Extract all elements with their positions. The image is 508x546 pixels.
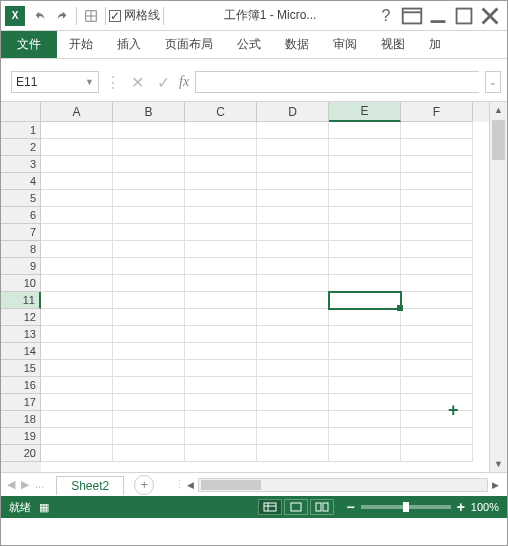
- cell[interactable]: [113, 190, 185, 207]
- cell[interactable]: [185, 394, 257, 411]
- cell[interactable]: [113, 377, 185, 394]
- sheet-next-button[interactable]: ▶: [21, 478, 29, 491]
- row-header[interactable]: 4: [1, 173, 41, 190]
- cell[interactable]: [257, 292, 329, 309]
- cell[interactable]: [41, 275, 113, 292]
- cell[interactable]: [185, 224, 257, 241]
- column-header[interactable]: A: [41, 102, 113, 122]
- cell[interactable]: [401, 428, 473, 445]
- cell[interactable]: [41, 224, 113, 241]
- cell[interactable]: [41, 445, 113, 462]
- cell[interactable]: [329, 156, 401, 173]
- undo-button[interactable]: [29, 5, 51, 27]
- cell[interactable]: [185, 360, 257, 377]
- vertical-scrollbar[interactable]: ▲ ▼: [489, 102, 507, 472]
- cell[interactable]: [401, 309, 473, 326]
- row-header[interactable]: 10: [1, 275, 41, 292]
- cell[interactable]: [329, 173, 401, 190]
- cell[interactable]: [329, 275, 401, 292]
- help-button[interactable]: ?: [373, 5, 399, 27]
- cell[interactable]: [401, 139, 473, 156]
- row-header[interactable]: 8: [1, 241, 41, 258]
- cell[interactable]: [401, 258, 473, 275]
- cell[interactable]: [329, 377, 401, 394]
- cell[interactable]: [401, 411, 473, 428]
- row-header[interactable]: 20: [1, 445, 41, 462]
- scroll-thumb[interactable]: [201, 480, 261, 490]
- cell[interactable]: [257, 360, 329, 377]
- cell[interactable]: [41, 156, 113, 173]
- cell[interactable]: [185, 445, 257, 462]
- cell[interactable]: [329, 292, 401, 309]
- cell[interactable]: [113, 224, 185, 241]
- tab-home[interactable]: 开始: [57, 31, 105, 58]
- select-all-corner[interactable]: [1, 102, 41, 122]
- cell[interactable]: [41, 292, 113, 309]
- cells-area[interactable]: [41, 122, 489, 472]
- cell[interactable]: [257, 377, 329, 394]
- column-header[interactable]: E: [329, 102, 401, 122]
- cell[interactable]: [329, 224, 401, 241]
- row-header[interactable]: 7: [1, 224, 41, 241]
- cell[interactable]: [41, 309, 113, 326]
- split-handle[interactable]: ⋮: [174, 478, 185, 491]
- cell[interactable]: [185, 411, 257, 428]
- row-header[interactable]: 13: [1, 326, 41, 343]
- cell[interactable]: [113, 173, 185, 190]
- cell[interactable]: [41, 326, 113, 343]
- cell[interactable]: [41, 241, 113, 258]
- cell[interactable]: [401, 173, 473, 190]
- cell[interactable]: [257, 309, 329, 326]
- cell[interactable]: [113, 326, 185, 343]
- row-header[interactable]: 19: [1, 428, 41, 445]
- cell[interactable]: [41, 139, 113, 156]
- cell[interactable]: [185, 275, 257, 292]
- cell[interactable]: [185, 326, 257, 343]
- cell[interactable]: [113, 309, 185, 326]
- zoom-level[interactable]: 100%: [471, 501, 499, 513]
- cell[interactable]: [185, 190, 257, 207]
- tab-formulas[interactable]: 公式: [225, 31, 273, 58]
- cell[interactable]: [257, 139, 329, 156]
- row-header[interactable]: 18: [1, 411, 41, 428]
- cell[interactable]: [185, 343, 257, 360]
- minimize-button[interactable]: [425, 5, 451, 27]
- horizontal-scrollbar[interactable]: ⋮ ◀ ▶: [174, 478, 507, 492]
- cell[interactable]: [257, 343, 329, 360]
- gridlines-checkbox[interactable]: ✓ 网格线: [109, 7, 160, 24]
- cell[interactable]: [113, 394, 185, 411]
- cell[interactable]: [257, 241, 329, 258]
- redo-button[interactable]: [51, 5, 73, 27]
- sheet-prev-button[interactable]: ◀: [7, 478, 15, 491]
- borders-button[interactable]: [80, 5, 102, 27]
- cell[interactable]: [185, 173, 257, 190]
- cell[interactable]: [401, 275, 473, 292]
- scroll-thumb[interactable]: [492, 120, 505, 160]
- row-header[interactable]: 15: [1, 360, 41, 377]
- zoom-slider[interactable]: [361, 505, 451, 509]
- cell[interactable]: [257, 173, 329, 190]
- cell[interactable]: [113, 139, 185, 156]
- cell[interactable]: [185, 241, 257, 258]
- cancel-formula-button[interactable]: ✕: [127, 72, 147, 92]
- row-header[interactable]: 2: [1, 139, 41, 156]
- cell[interactable]: [329, 360, 401, 377]
- sheet-more-button[interactable]: ...: [35, 478, 44, 491]
- cell[interactable]: [113, 275, 185, 292]
- cell[interactable]: [401, 156, 473, 173]
- cell[interactable]: [329, 258, 401, 275]
- cell[interactable]: [185, 139, 257, 156]
- cell[interactable]: [113, 258, 185, 275]
- cell[interactable]: [329, 207, 401, 224]
- tab-view[interactable]: 视图: [369, 31, 417, 58]
- cell[interactable]: [401, 241, 473, 258]
- cell[interactable]: [329, 139, 401, 156]
- add-sheet-button[interactable]: +: [134, 475, 154, 495]
- cell[interactable]: [113, 428, 185, 445]
- cell[interactable]: [329, 326, 401, 343]
- cell[interactable]: [401, 377, 473, 394]
- tab-insert[interactable]: 插入: [105, 31, 153, 58]
- cell[interactable]: [401, 122, 473, 139]
- cell[interactable]: [185, 122, 257, 139]
- cell[interactable]: [257, 411, 329, 428]
